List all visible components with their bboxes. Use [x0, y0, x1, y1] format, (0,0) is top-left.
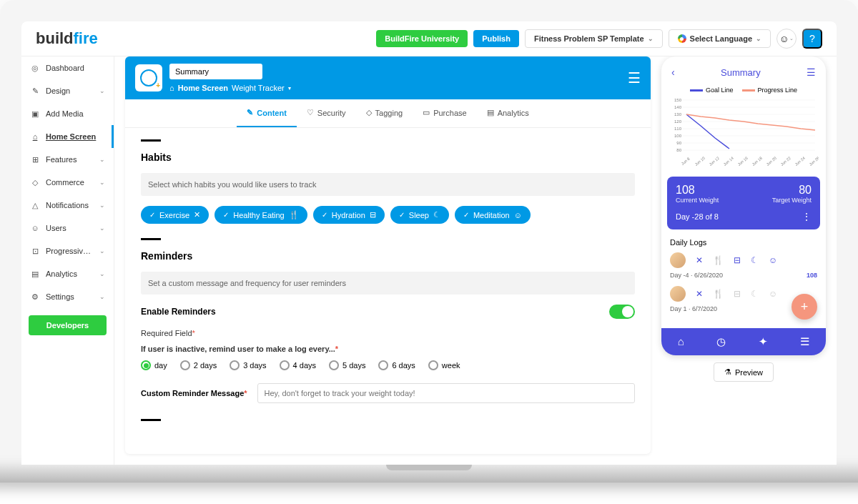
chip-exercise[interactable]: ✓Exercise✕: [141, 206, 209, 224]
svg-text:Jun 12: Jun 12: [708, 156, 720, 167]
logo: buildfire: [36, 29, 98, 48]
sidebar-item-home-screen[interactable]: ⌂Home Screen: [21, 125, 114, 148]
radio-icon: [180, 360, 190, 370]
help-icon: ?: [809, 33, 815, 44]
pwa-icon: ⊡: [30, 246, 40, 256]
sidebar-item-dashboard[interactable]: ◎Dashboard: [21, 56, 114, 79]
sidebar-item-features[interactable]: ⊞Features⌄: [21, 148, 114, 171]
habits-chips: ✓Exercise✕ ✓Healthy Eating🍴 ✓Hydration⊟ …: [141, 206, 635, 224]
svg-text:150: 150: [674, 98, 682, 102]
chevron-down-icon: ⌄: [756, 35, 761, 42]
analytics-icon: ▤: [30, 269, 40, 279]
radio-icon: [329, 360, 339, 370]
radio-day[interactable]: day: [141, 360, 167, 370]
sidebar-item-commerce[interactable]: ◇Commerce⌄: [21, 171, 114, 194]
back-icon[interactable]: ‹: [671, 66, 675, 78]
help-button[interactable]: ?: [802, 29, 822, 49]
radio-2days[interactable]: 2 days: [180, 360, 217, 370]
sidebar-item-pwa[interactable]: ⊡Progressive Web...⌄: [21, 239, 114, 262]
developers-button[interactable]: Developers: [29, 315, 107, 335]
progress-swatch: [742, 89, 755, 92]
chevron-down-icon: ⌄: [99, 293, 105, 300]
nav-activity-icon[interactable]: ✦: [759, 335, 768, 348]
nav-clock-icon[interactable]: ◷: [716, 335, 726, 348]
notifications-icon: △: [30, 200, 40, 210]
chip-healthy-eating[interactable]: ✓Healthy Eating🍴: [214, 206, 307, 224]
radio-3days[interactable]: 3 days: [230, 360, 266, 370]
svg-text:140: 140: [674, 105, 682, 109]
security-icon: ♡: [307, 108, 314, 117]
chip-hydration[interactable]: ✓Hydration⊟: [313, 206, 385, 224]
enable-reminders-label: Enable Reminders: [141, 307, 216, 317]
language-dropdown[interactable]: Select Language⌄: [669, 29, 771, 48]
sidebar-item-users[interactable]: ☺Users⌄: [21, 217, 114, 239]
section-divider: [141, 238, 161, 240]
log-item[interactable]: ✕ 🍴 ⊟ ☾ ☺ Day -4 · 6/26/2020108: [670, 252, 817, 279]
editor-panel: ⌂ Home Screen Weight Tracker ▾ ☰ ✎Conten…: [125, 56, 651, 454]
required-field-label: Required Field*: [141, 329, 635, 337]
radio-icon: [230, 360, 240, 370]
chevron-down-icon: ⌄: [648, 35, 654, 42]
template-dropdown[interactable]: Fitness Problem SP Template⌄: [525, 29, 663, 48]
tab-tagging[interactable]: ◇Tagging: [356, 99, 413, 127]
target-weight-value: 80: [772, 184, 812, 197]
svg-text:130: 130: [674, 112, 682, 117]
radio-week[interactable]: week: [428, 360, 460, 370]
breadcrumb-home[interactable]: Home Screen: [178, 84, 228, 92]
tab-content[interactable]: ✎Content: [237, 99, 297, 127]
media-icon: ▣: [30, 109, 40, 119]
tab-analytics[interactable]: ▤Analytics: [477, 99, 539, 127]
exercise-icon: ✕: [696, 289, 703, 299]
radio-4days[interactable]: 4 days: [280, 360, 316, 370]
reminders-info: Set a custom message and frequency for u…: [141, 272, 635, 295]
radio-5days[interactable]: 5 days: [329, 360, 365, 370]
tagging-icon: ◇: [366, 108, 372, 117]
habits-info: Select which habits you would like users…: [141, 173, 635, 196]
home-icon: ⌂: [30, 132, 40, 142]
svg-text:Jun 22: Jun 22: [779, 156, 792, 167]
meditation-icon: ☺: [514, 211, 522, 219]
menu-icon[interactable]: ☰: [628, 69, 641, 87]
chip-sleep[interactable]: ✓Sleep☾: [390, 206, 449, 224]
sidebar-item-design[interactable]: ✎Design⌄: [21, 79, 114, 102]
tab-purchase[interactable]: ▭Purchase: [413, 99, 476, 127]
hydration-icon: ⊟: [734, 255, 741, 265]
custom-msg-label: Custom Reminder Message*: [141, 389, 247, 397]
tab-security[interactable]: ♡Security: [297, 99, 356, 127]
exercise-icon: ✕: [194, 210, 200, 219]
menu-icon[interactable]: ☰: [807, 66, 816, 78]
chevron-down-icon: ⌄: [99, 179, 105, 186]
radio-6days[interactable]: 6 days: [378, 360, 415, 370]
nav-home-icon[interactable]: ⌂: [678, 335, 684, 348]
svg-text:Jun 14: Jun 14: [722, 156, 734, 167]
custom-msg-input[interactable]: [257, 383, 635, 403]
daily-logs-title: Daily Logs: [670, 238, 817, 247]
chip-meditation[interactable]: ✓Meditation☺: [455, 206, 531, 224]
svg-text:Jun 24: Jun 24: [794, 156, 806, 167]
preview-title: Summary: [721, 67, 761, 78]
check-icon: ✓: [399, 211, 405, 219]
sidebar-item-analytics[interactable]: ▤Analytics⌄: [21, 262, 114, 285]
svg-text:120: 120: [674, 119, 682, 124]
fab-add[interactable]: +: [792, 294, 817, 320]
current-weight-label: Current Weight: [676, 197, 719, 204]
enable-reminders-toggle[interactable]: [609, 305, 635, 319]
editor-header: ⌂ Home Screen Weight Tracker ▾ ☰: [125, 56, 651, 99]
sidebar-item-settings[interactable]: ⚙Settings⌄: [21, 285, 114, 308]
publish-button[interactable]: Publish: [473, 30, 519, 47]
preview-button[interactable]: ⚗Preview: [714, 362, 774, 382]
svg-text:90: 90: [676, 141, 681, 145]
sleep-icon: ☾: [751, 255, 759, 265]
nav-list-icon[interactable]: ☰: [800, 335, 809, 348]
sidebar-item-add-media[interactable]: ▣Add Media: [21, 102, 114, 125]
avatar: [670, 252, 686, 268]
sidebar-item-notifications[interactable]: △Notifications⌄: [21, 194, 114, 217]
meditation-icon: ☺: [769, 255, 777, 265]
more-icon[interactable]: ⋮: [802, 211, 812, 222]
university-button[interactable]: BuildFire University: [376, 30, 468, 47]
phone-preview: ‹ Summary ☰ Goal Line Progress Line: [661, 56, 826, 355]
page-title-input[interactable]: [169, 64, 262, 79]
user-menu[interactable]: ☺⌄: [776, 29, 797, 49]
breadcrumb-page[interactable]: Weight Tracker: [232, 84, 285, 92]
chevron-down-icon: ⌄: [99, 202, 105, 209]
